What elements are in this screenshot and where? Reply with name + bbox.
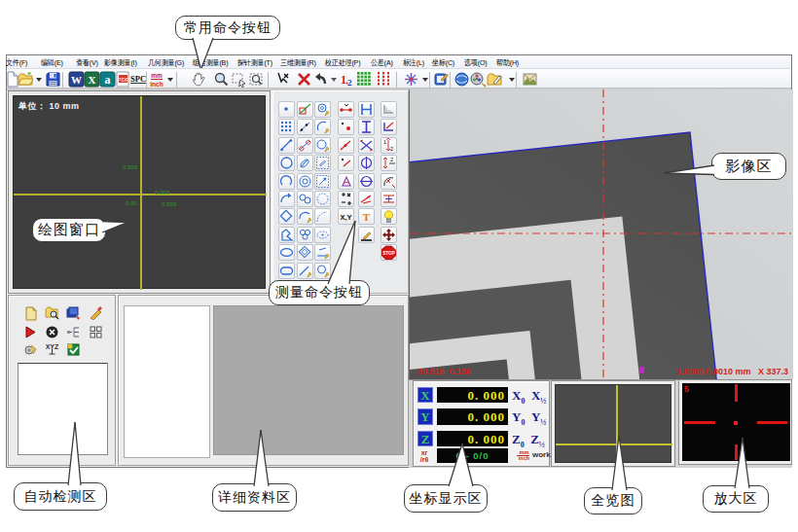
svg-text:X: X <box>89 74 96 86</box>
svg-text:PDF: PDF <box>118 77 129 83</box>
svg-text:XYZ: XYZ <box>46 343 59 350</box>
svg-text:inch: inch <box>150 81 163 88</box>
svg-text:mm: mm <box>151 72 163 79</box>
svg-text:2: 2 <box>390 146 393 152</box>
svg-text:T: T <box>363 211 371 223</box>
svg-text:1: 1 <box>341 73 346 87</box>
svg-text:2: 2 <box>347 78 352 88</box>
svg-text:W: W <box>71 74 82 86</box>
svg-text:1.0000 0.0010 mm X 337.3: 1.0000 0.0010 mm X 337.3 <box>676 367 788 376</box>
svg-text:30.516 0.186: 30.516 0.186 <box>417 367 471 376</box>
svg-text:a: a <box>105 73 111 87</box>
svg-text:1: 1 <box>383 139 386 145</box>
svg-text:⌀: ⌀ <box>367 194 370 199</box>
svg-text:2: 2 <box>390 157 393 162</box>
svg-text:SPC: SPC <box>130 74 146 84</box>
svg-text:STOP: STOP <box>382 251 394 256</box>
